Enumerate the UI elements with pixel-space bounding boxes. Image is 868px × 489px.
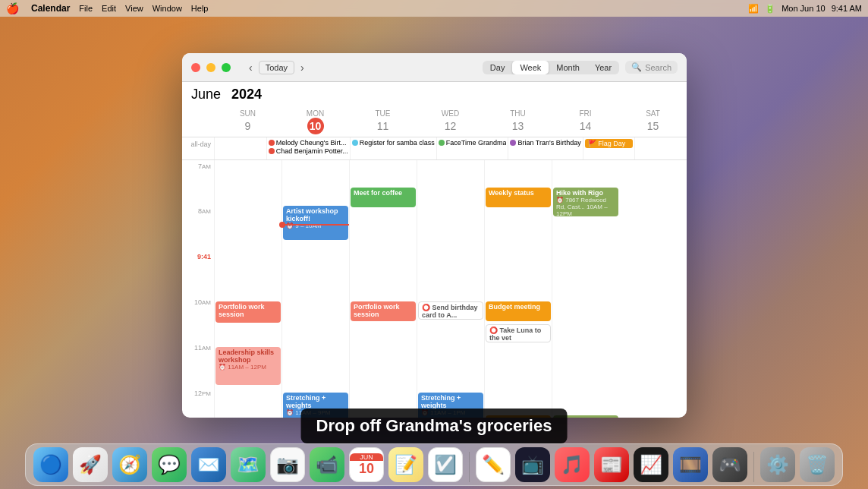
day-header-tue: TUE 11 <box>349 107 417 137</box>
day-header-sun: SUN 9 <box>214 107 281 137</box>
menu-help[interactable]: Help <box>191 4 209 13</box>
view-day[interactable]: Day <box>483 61 513 74</box>
calendar-window: ‹ Today › Day Week Month Year 🔍 Search J… <box>182 53 687 418</box>
menubar: 🍎 Calendar File Edit View Window Help 📶 … <box>0 0 868 17</box>
event-leadership[interactable]: Leadership skills workshop ⏰ 11AM – 12PM <box>215 347 281 385</box>
allday-event-flag[interactable]: 🚩 Flag Day <box>585 139 634 148</box>
day-header-fri: FRI 14 <box>552 107 619 137</box>
dock-calendar[interactable]: JUN 10 <box>349 447 384 482</box>
allday-thu: Brian Tran's Birthday <box>508 137 582 159</box>
time-labels: 7AM 8AM 9:41 10AM 11AM 12PM 1PM 2PM 3PM … <box>182 160 214 418</box>
day-headers: SUN 9 MON 10 TUE 11 WED 12 THU 13 FRI 14… <box>182 107 687 137</box>
event-portfolio-wed[interactable]: Portfolio work session <box>351 301 416 321</box>
dock-stocks[interactable]: 📈 <box>634 447 668 482</box>
dock-mail[interactable]: ✉️ <box>191 447 226 482</box>
day-header-wed: WED 12 <box>417 107 484 137</box>
dock-safari[interactable]: 🧭 <box>112 447 147 482</box>
event-vet[interactable]: ⭕ Take Luna to the vet <box>486 324 551 342</box>
search-icon: 🔍 <box>631 62 642 72</box>
allday-label: all-day <box>182 137 214 159</box>
nav-prev-button[interactable]: ‹ <box>249 62 253 74</box>
event-hike[interactable]: Hike with Rigo ⏰ 7867 Redwood Rd, Cast..… <box>553 188 618 216</box>
dock-facetime[interactable]: 📹 <box>310 447 344 482</box>
search-placeholder: Search <box>645 63 671 72</box>
event-picnic[interactable]: Family picnic ⏰ 12 – 3PM <box>553 415 618 418</box>
dock-separator2 <box>753 452 754 482</box>
dock-notes[interactable]: 📝 <box>388 447 423 482</box>
allday-sat <box>634 137 687 159</box>
month-label: June <box>191 87 221 102</box>
dock-trash[interactable]: 🗑️ <box>800 447 835 482</box>
battery-icon: 🔋 <box>765 4 775 14</box>
event-stretching-mon[interactable]: Stretching + weights ⏰ 11AM – 9PM <box>283 393 348 418</box>
month-year: June 2024 <box>191 87 262 103</box>
dock-tv[interactable]: 📺 <box>515 447 550 482</box>
dock-launchpad[interactable]: 🚀 <box>73 447 108 482</box>
view-week[interactable]: Week <box>512 61 549 74</box>
year-label: 2024 <box>231 87 262 102</box>
allday-event-brian[interactable]: Brian Tran's Birthday <box>510 139 580 147</box>
day-header-mon: MON 10 <box>281 107 349 137</box>
day-col-thu: ⭕ Send birthday card to A... Stretching … <box>417 160 484 418</box>
view-month[interactable]: Month <box>549 61 587 74</box>
allday-event-chad[interactable]: Chad Benjamin Potter... <box>269 147 348 155</box>
view-controls: Day Week Month Year <box>483 61 619 74</box>
cal-header: June 2024 <box>182 82 687 107</box>
maximize-button[interactable] <box>222 63 231 72</box>
menu-window[interactable]: Window <box>153 4 182 13</box>
menu-file[interactable]: File <box>79 4 93 13</box>
apple-icon[interactable]: 🍎 <box>6 2 19 14</box>
allday-sun <box>214 137 266 159</box>
menubar-items: File Edit View Window Help <box>79 4 208 13</box>
app-name: Calendar <box>31 3 70 14</box>
dock-separator <box>469 452 470 482</box>
search-bar[interactable]: 🔍 Search <box>625 61 678 74</box>
day-col-tue: Meet for coffee Portfolio work session M… <box>349 160 417 418</box>
day-col-mon: Artist workshop kickoff! ⏰ 9 – 10AM Stre… <box>281 160 349 418</box>
menu-view[interactable]: View <box>125 4 143 13</box>
allday-mon: Melody Cheung's Birt... Chad Benjamin Po… <box>266 137 350 159</box>
time: 9:41 AM <box>832 4 862 13</box>
close-button[interactable] <box>191 63 200 72</box>
time-grid: 7AM 8AM 9:41 10AM 11AM 12PM 1PM 2PM 3PM … <box>182 160 687 418</box>
nav-next-button[interactable]: › <box>300 62 304 74</box>
today-button[interactable]: Today <box>259 61 294 74</box>
allday-fri: 🚩 Flag Day <box>583 137 635 159</box>
event-coffee[interactable]: Meet for coffee <box>351 188 416 207</box>
dock-keynote[interactable]: 🎞️ <box>673 447 708 482</box>
event-birthday-card[interactable]: ⭕ Send birthday card to A... <box>418 301 483 320</box>
date-time: Mon Jun 10 <box>782 4 825 13</box>
menubar-left: 🍎 Calendar File Edit View Window Help <box>6 2 208 14</box>
dock-system-prefs[interactable]: ⚙️ <box>760 447 795 482</box>
day-col-sun: Portfolio work session Leadership skills… <box>214 160 281 418</box>
dock-finder[interactable]: 🔵 <box>33 447 68 482</box>
dock-freeform[interactable]: ✏️ <box>476 447 511 482</box>
allday-tue: Register for samba class <box>350 137 436 159</box>
dock-messages[interactable]: 💬 <box>152 447 187 482</box>
day-col-sat: Hike with Rigo ⏰ 7867 Redwood Rd, Cast..… <box>552 160 619 418</box>
tooltip-text: Drop off Grandma's groceries <box>316 416 552 435</box>
event-budget[interactable]: Budget meeting <box>486 301 551 321</box>
dock-photos[interactable]: 📷 <box>270 447 305 482</box>
dock-arcade[interactable]: 🎮 <box>712 447 747 482</box>
dock: 🔵 🚀 🧭 💬 ✉️ 🗺️ 📷 📹 JUN 10 📝 ☑️ ✏️ 📺 🎵 📰 📈… <box>25 443 843 486</box>
menu-edit[interactable]: Edit <box>102 4 116 13</box>
allday-event-facetime-grandma[interactable]: FaceTime Grandma <box>439 139 507 147</box>
event-weekly-status[interactable]: Weekly status <box>486 188 551 207</box>
menubar-right: 📶 🔋 Mon Jun 10 9:41 AM <box>748 4 862 14</box>
dock-music[interactable]: 🎵 <box>555 447 590 482</box>
event-portfolio-sun[interactable]: Portfolio work session <box>215 301 281 323</box>
dock-news[interactable]: 📰 <box>594 447 629 482</box>
event-artist-workshop[interactable]: Artist workshop kickoff! ⏰ 9 – 10AM <box>283 206 348 240</box>
event-sign-language[interactable]: Sign Language Club ⏰ 12 – 2PM <box>486 415 551 418</box>
allday-wed: FaceTime Grandma <box>436 137 508 159</box>
allday-event-samba[interactable]: Register for samba class <box>352 139 435 147</box>
event-stretching-thu[interactable]: Stretching + weights ⏰ 11AM – 1PM <box>418 393 483 418</box>
minimize-button[interactable] <box>206 63 215 72</box>
dock-reminders[interactable]: ☑️ <box>428 447 463 482</box>
day-header-sat: SAT 15 <box>619 107 687 137</box>
view-year[interactable]: Year <box>587 61 619 74</box>
allday-event-melody[interactable]: Melody Cheung's Birt... <box>269 139 348 147</box>
dock-maps[interactable]: 🗺️ <box>231 447 266 482</box>
day-col-fri: Weekly status Budget meeting ⭕ Take Luna… <box>484 160 552 418</box>
